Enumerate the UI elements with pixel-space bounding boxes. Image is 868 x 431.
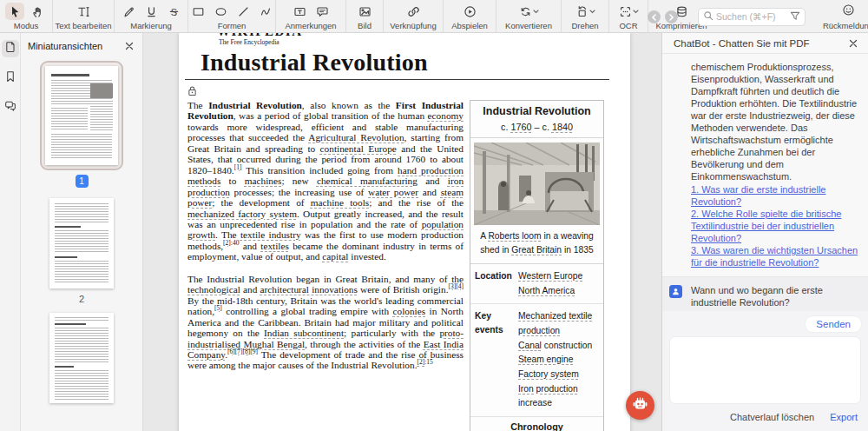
text-segment: ; the development of [212,197,311,208]
article-link[interactable]: Iron production [518,384,578,394]
article-link[interactable]: Western Europe [518,271,582,281]
text-segment: ; particularly with the [344,328,439,338]
article-link[interactable]: economy [428,110,464,121]
nav-back-button[interactable] [648,10,661,23]
text-segment: Industrial Revolution [208,100,302,110]
highlight-pen-button[interactable] [119,3,138,20]
page-thumbnail-1[interactable]: 1 [21,56,142,188]
send-button[interactable]: Senden [806,316,861,332]
text-segment: to [220,176,244,186]
cursor-mode-button[interactable] [5,3,24,20]
search-input[interactable] [716,11,790,22]
article-link[interactable]: architectural innovations [260,284,358,295]
export-chat-button[interactable]: Export [830,412,858,422]
article-link[interactable]: machines [245,176,282,186]
reference-link: :15 [424,359,433,367]
feedback-button[interactable]: Rückmeldung [828,3,868,30]
reference-link[interactable]: [6][7][8][9] [227,348,258,355]
chat-input[interactable] [669,336,861,404]
text-segment: This transition included going from [241,165,398,176]
article-link[interactable]: chemical manufacturing [317,176,418,186]
article-link[interactable]: Factory system [518,369,579,379]
reference-link[interactable]: [3][4] [448,282,464,290]
infobox-chronology-title: Chronology [470,417,603,431]
main-content: Miniaturansichten 1 [0,33,868,431]
reference-link[interactable]: [2] [417,359,424,367]
chatbot-close-button[interactable] [847,37,859,50]
edit-text-button[interactable] [74,3,93,20]
chat-link[interactable]: 1. Was war die erste industrielle Revolu… [691,183,859,208]
article-link[interactable]: capital [322,251,348,262]
infobox-value: Steam engine [518,353,599,368]
article-body: The Industrial Revolution, also known as… [179,100,630,431]
article-link[interactable]: textile industry [240,229,301,240]
sidebar-close-button[interactable] [123,40,135,52]
page-thumbnail-2[interactable]: 2 [21,198,142,304]
nav-forward-button[interactable] [665,10,678,23]
ocr-icon [619,5,632,18]
comment-annotation-button[interactable] [312,3,332,20]
search-box[interactable] [698,8,806,26]
convert-button[interactable] [516,3,542,20]
chat-history[interactable]: chemischem Produktionsprozess, Eisenprod… [662,54,868,311]
link-button[interactable] [404,3,423,20]
weaving-shed-photo[interactable] [474,143,600,225]
page-thumbnail-3[interactable] [21,313,142,403]
rectangle-shape-button[interactable] [188,3,207,20]
toolbar-right-cluster: Rückmeldung [648,0,868,33]
article-link[interactable]: 1760 [510,122,531,132]
insert-image-button[interactable] [355,3,374,20]
article-link[interactable]: 1840 [552,122,573,132]
reference-link[interactable]: [5] [214,304,222,312]
text-edit-icon [77,5,90,18]
article-link[interactable]: Canal [518,341,542,350]
toolbar-group-markierung: S Markierung [115,0,187,32]
toolbar-group-label: OCR [619,21,637,30]
bookmarks-panel-button[interactable] [2,70,19,87]
article-link[interactable]: North America [518,286,575,295]
ellipse-shape-button[interactable] [211,3,230,20]
chatbot-fab-button[interactable] [626,391,654,420]
infobox-row-values: Western EuropeNorth America [518,269,599,298]
reference-link[interactable]: [2] [223,239,231,247]
toolbar-group-label: Bild [358,21,372,30]
article-link[interactable]: water power [368,187,418,197]
toolbar-group-label: Abspielen [451,21,488,30]
page-number-label: 2 [79,294,84,304]
thumbnail-selection-ring [40,61,123,170]
article-link[interactable]: Steam engine [518,355,574,364]
play-button[interactable] [460,3,479,20]
article-link[interactable]: technological [187,284,240,295]
article-link[interactable]: machine tools [311,197,369,208]
thumbnails-panel-button[interactable] [2,40,19,57]
strikethrough-button[interactable]: S [164,3,183,20]
annotations-panel-button[interactable] [2,99,19,116]
infobox-row: LocationWestern EuropeNorth America [470,264,603,304]
article-link[interactable]: textiles [260,241,289,251]
text-annotation-button[interactable] [290,3,309,20]
document-viewport[interactable]: WIKIPEDIA The Free Encyclopedia Industri… [143,33,661,431]
article-link[interactable]: Great Britain [511,245,562,255]
thumbnail-page-preview [49,198,114,288]
infobox-row-values: Mechanized textile productionCanal const… [518,309,599,411]
chat-link[interactable]: 2. Welche Rolle spielte die britische Te… [691,208,859,244]
article-link[interactable]: colonies [393,306,426,316]
article-link[interactable]: Indian subcontinent [264,328,344,338]
infobox-caption: A Roberts loom in a weaving shed in Grea… [470,228,603,264]
article-link[interactable]: mechanized factory system [187,209,297,219]
freehand-shape-button[interactable] [256,3,275,20]
article-link[interactable]: continental Europe [320,143,397,154]
rotate-button[interactable] [572,3,598,20]
chat-link[interactable]: 3. Was waren die wichtigsten Ursachen fü… [691,244,859,269]
article-link[interactable]: Roberts loom [488,231,541,241]
hand-mode-button[interactable] [28,3,47,20]
article-link[interactable]: Mechanized textile production [518,311,592,335]
filter-icon[interactable] [790,9,800,24]
underline-button[interactable] [141,3,161,20]
text-segment: and [240,284,260,295]
article-link[interactable]: Agricultural Revolution [308,132,404,143]
ocr-button[interactable] [615,3,641,20]
line-shape-button[interactable] [233,3,253,20]
clear-chat-button[interactable]: Chatverlauf löschen [730,412,814,422]
textbox-icon [293,5,306,18]
